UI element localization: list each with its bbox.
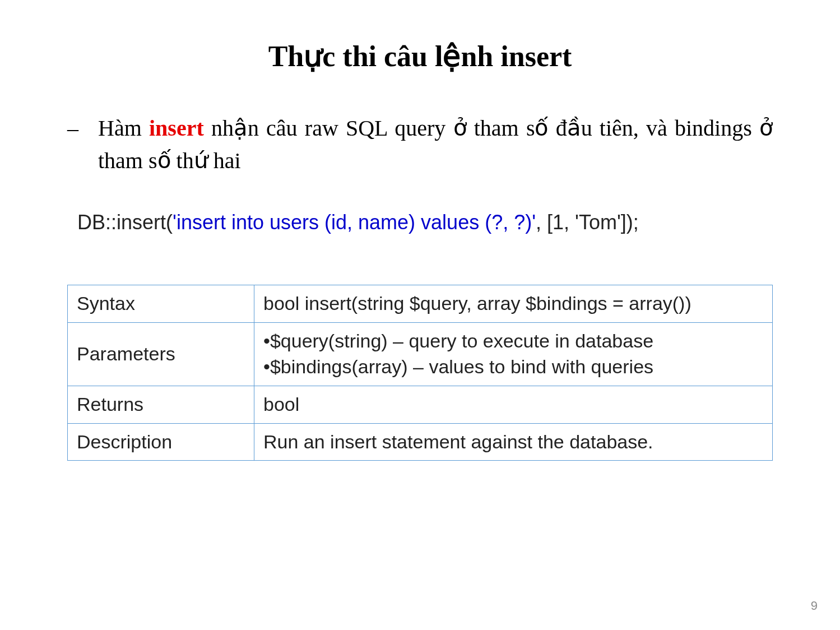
- parameters-label: Parameters: [68, 322, 254, 386]
- bullet-text: Hàm insert nhận câu raw SQL query ở tham…: [98, 112, 773, 177]
- code-prefix: DB::insert(: [77, 211, 173, 234]
- slide: Thực thi câu lệnh insert – Hàm insert nh…: [0, 0, 840, 630]
- returns-label: Returns: [68, 386, 254, 423]
- code-suffix: , [1, 'Tom']);: [536, 211, 639, 234]
- syntax-value: bool insert(string $query, array $bindin…: [254, 285, 773, 323]
- code-sql: 'insert into users (id, name) values (?,…: [173, 211, 536, 234]
- bullet-pre: Hàm: [98, 115, 149, 141]
- returns-value: bool: [254, 386, 773, 423]
- api-table: Syntax bool insert(string $query, array …: [67, 285, 773, 461]
- bullet-item: – Hàm insert nhận câu raw SQL query ở th…: [67, 112, 773, 177]
- page-number: 9: [811, 599, 818, 613]
- slide-title: Thực thi câu lệnh insert: [67, 39, 773, 73]
- syntax-label: Syntax: [68, 285, 254, 323]
- bullet-dash: –: [67, 112, 98, 145]
- parameters-line-1: •$query(string) – query to execute in da…: [263, 330, 653, 351]
- bullet-keyword: insert: [149, 115, 204, 141]
- parameters-line-2: •$bindings(array) – values to bind with …: [263, 356, 653, 377]
- description-value: Run an insert statement against the data…: [254, 423, 773, 461]
- parameters-value: •$query(string) – query to execute in da…: [254, 322, 773, 386]
- code-example: DB::insert('insert into users (id, name)…: [77, 211, 773, 234]
- table-row: Syntax bool insert(string $query, array …: [68, 285, 773, 323]
- table-row: Returns bool: [68, 386, 773, 423]
- table-row: Description Run an insert statement agai…: [68, 423, 773, 461]
- table-row: Parameters •$query(string) – query to ex…: [68, 322, 773, 386]
- description-label: Description: [68, 423, 254, 461]
